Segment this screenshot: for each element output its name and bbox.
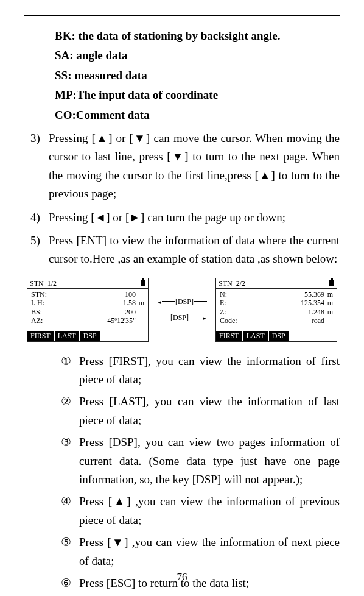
softkey-last[interactable]: LAST bbox=[55, 331, 79, 341]
def-bk: BK: the data of stationing by backsight … bbox=[55, 27, 340, 45]
softkey-dsp[interactable]: DSP bbox=[80, 331, 100, 341]
softkey-dsp[interactable]: DSP bbox=[269, 331, 289, 341]
page-number: 76 bbox=[0, 569, 364, 585]
list-item-5: 5) Press [ENT] to view the information o… bbox=[30, 232, 340, 269]
battery-icon bbox=[141, 280, 145, 286]
dsp-label: [DSP] bbox=[170, 313, 189, 322]
row-label: STN: bbox=[31, 290, 55, 299]
screen-left: STN 1/2 STN:100 I. H:1.58m BS:200 AZ:45º… bbox=[27, 278, 149, 342]
screen-softkeys: FIRST LAST DSP bbox=[27, 331, 101, 341]
softkey-last[interactable]: LAST bbox=[243, 331, 268, 341]
sub-number: ⑤ bbox=[61, 533, 79, 570]
row-unit: m bbox=[324, 299, 333, 307]
screen-name: STN bbox=[30, 279, 44, 288]
item-text: Press [ENT] to view the information of d… bbox=[49, 232, 340, 269]
definitions-block: BK: the data of stationing by backsight … bbox=[55, 27, 340, 124]
row-label: Z: bbox=[220, 308, 244, 316]
sub-text: Press [LAST], you can view the informati… bbox=[79, 392, 340, 430]
row-label: E: bbox=[220, 299, 244, 307]
row-value: 55.369 bbox=[244, 290, 324, 299]
def-sa: SA: angle data bbox=[55, 46, 340, 65]
dsp-arrows: [DSP] [DSP] bbox=[152, 294, 212, 326]
sub-text: Press [DSP], you can view two pages info… bbox=[79, 433, 340, 489]
arrow-right-icon bbox=[202, 313, 207, 322]
page-top-rule bbox=[24, 15, 340, 16]
sub-text: Press [▲] ,you can view the information … bbox=[79, 492, 340, 530]
row-unit bbox=[136, 308, 144, 316]
sub-text: Press [FIRST], you can view the informat… bbox=[79, 352, 340, 389]
softkey-first[interactable]: FIRST bbox=[216, 331, 242, 341]
screen-body: STN:100 I. H:1.58m BS:200 AZ:45º12'35" bbox=[27, 289, 148, 327]
row-unit: m bbox=[324, 290, 333, 299]
list-item-3: 3) Pressing [▲] or [▼] can move the curs… bbox=[30, 129, 340, 204]
sub-steps: ①Press [FIRST], you can view the informa… bbox=[61, 352, 340, 593]
item-text: Pressing [▲] or [▼] can move the cursor.… bbox=[49, 129, 340, 204]
row-value: 1.58 bbox=[55, 299, 136, 307]
row-label: Code: bbox=[220, 316, 244, 325]
item-number: 3) bbox=[30, 129, 49, 204]
item-text: Pressing [◄] or [►] can turn the page up… bbox=[49, 208, 340, 227]
row-value: 125.354 bbox=[244, 299, 324, 307]
sub-number: ④ bbox=[61, 492, 79, 530]
screen-diagram: STN 1/2 STN:100 I. H:1.58m BS:200 AZ:45º… bbox=[24, 274, 340, 346]
row-value: 1.248 bbox=[244, 308, 324, 316]
row-unit bbox=[136, 290, 144, 299]
row-value: road bbox=[244, 316, 324, 325]
sub-number: ③ bbox=[61, 433, 79, 489]
screen-title-bar: STN 1/2 bbox=[27, 278, 148, 289]
sub-number: ② bbox=[61, 392, 79, 430]
row-unit bbox=[136, 316, 144, 325]
row-value: 200 bbox=[55, 308, 136, 316]
row-label: BS: bbox=[31, 308, 55, 316]
row-value: 45º12'35" bbox=[55, 316, 136, 325]
def-ss: SS: measured data bbox=[55, 66, 340, 85]
screen-name: STN bbox=[219, 279, 233, 288]
row-unit bbox=[324, 316, 333, 325]
screen-softkeys: FIRST LAST DSP bbox=[216, 331, 290, 341]
row-value: 100 bbox=[55, 290, 136, 299]
item-number: 4) bbox=[30, 208, 49, 227]
arrow-left-icon bbox=[157, 297, 162, 306]
def-co: CO:Comment data bbox=[55, 106, 340, 124]
battery-icon bbox=[329, 280, 334, 286]
row-unit: m bbox=[324, 308, 333, 316]
screen-right: STN 2/2 N:55.369m E:125.354m Z:1.248m Co… bbox=[215, 278, 337, 342]
softkey-first[interactable]: FIRST bbox=[27, 331, 54, 341]
def-mp: MP:The input data of coordinate bbox=[55, 86, 340, 104]
sub-number: ① bbox=[61, 352, 79, 389]
row-unit: m bbox=[136, 299, 144, 307]
screen-page: 1/2 bbox=[47, 279, 57, 288]
row-label: AZ: bbox=[31, 316, 55, 325]
row-label: I. H: bbox=[31, 299, 55, 307]
item-number: 5) bbox=[30, 232, 49, 269]
sub-text: Press [▼] ,you can view the information … bbox=[79, 533, 340, 570]
row-label: N: bbox=[220, 290, 244, 299]
screen-title-bar: STN 2/2 bbox=[216, 278, 337, 289]
list-item-4: 4) Pressing [◄] or [►] can turn the page… bbox=[30, 208, 340, 227]
screen-page: 2/2 bbox=[236, 279, 245, 288]
dsp-label: [DSP] bbox=[175, 297, 194, 306]
screen-body: N:55.369m E:125.354m Z:1.248m Code:road bbox=[216, 289, 337, 327]
